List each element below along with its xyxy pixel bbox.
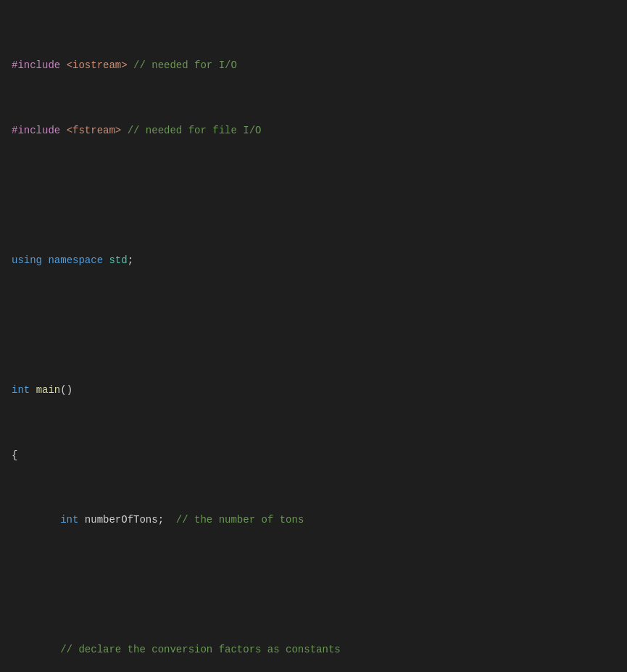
- include-fstream: <fstream>: [67, 125, 122, 136]
- code-container: #include <iostream> // needed for I/O #i…: [0, 0, 627, 672]
- line-5: [12, 317, 615, 333]
- comment-10: // declare the conversion factors as con…: [60, 644, 340, 655]
- line-4: using namespace std;: [12, 252, 615, 268]
- line-7: {: [12, 447, 615, 463]
- comment-2: // needed for file I/O: [128, 125, 262, 136]
- line-2: #include <fstream> // needed for file I/…: [12, 123, 615, 138]
- ns-std: std: [109, 254, 127, 266]
- comment-1: // needed for I/O: [133, 59, 237, 71]
- include-iostream: <iostream>: [67, 59, 128, 71]
- kw-namespace: namespace: [48, 254, 103, 266]
- preprocessor-2: #include: [12, 125, 60, 136]
- line-10: // declare the conversion factors as con…: [12, 642, 615, 658]
- line-9: [12, 577, 615, 593]
- line-3: [12, 187, 615, 203]
- code-block: #include <iostream> // needed for I/O #i…: [12, 9, 615, 672]
- semicolon-4: ;: [128, 254, 133, 266]
- line-6: int main(): [12, 382, 615, 398]
- fn-main: main: [36, 384, 61, 396]
- kw-int-main: int: [12, 384, 30, 396]
- line-8: int numberOfTons; // the number of tons: [12, 512, 615, 528]
- kw-int-8: int: [60, 514, 78, 526]
- preprocessor-1: #include: [12, 59, 60, 71]
- kw-using: using: [12, 254, 42, 266]
- indent-8: [12, 514, 60, 526]
- parens-main: (): [60, 384, 72, 396]
- comment-8: // the number of tons: [176, 514, 304, 526]
- indent-10: [12, 644, 60, 655]
- brace-open: {: [12, 449, 17, 461]
- line-1: #include <iostream> // needed for I/O: [12, 57, 615, 73]
- text-8: numberOfTons;: [78, 514, 175, 526]
